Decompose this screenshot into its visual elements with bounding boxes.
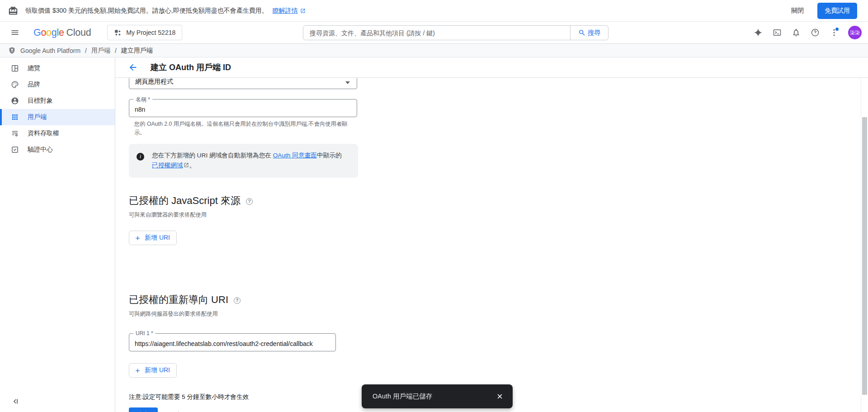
hamburger-menu-icon[interactable] xyxy=(6,24,24,41)
logo-cloud-text: Cloud xyxy=(66,27,91,38)
js-origins-heading: 已授權的 JavaScript 來源 ? xyxy=(129,194,861,208)
person-icon xyxy=(11,97,19,105)
client-name-field: 名稱 * xyxy=(129,99,357,117)
breadcrumb-separator: / xyxy=(85,47,87,54)
project-icon xyxy=(114,29,122,37)
add-redirect-uri-button[interactable]: 新增 URI xyxy=(129,363,177,378)
redirect-uri-label: URI 1 * xyxy=(133,330,156,336)
cloud-shell-icon[interactable] xyxy=(769,24,786,41)
sidebar-item-branding[interactable]: 品牌 xyxy=(0,76,115,93)
verification-icon xyxy=(11,146,19,154)
google-cloud-logo[interactable]: Google Cloud xyxy=(33,27,91,38)
scrollbar-track xyxy=(861,78,868,412)
js-origins-help-icon[interactable]: ? xyxy=(246,198,253,205)
breadcrumb-item-platform[interactable]: Google Auth Platform xyxy=(20,47,80,54)
promo-text: 領取價值 $300 美元的抵免額,開始免費試用。請放心,即便抵免額用盡也不會產生… xyxy=(25,7,268,15)
search-bar: 搜尋 xyxy=(303,25,609,40)
overview-icon xyxy=(11,64,19,72)
breadcrumb-item-create-client: 建立用戶端 xyxy=(121,47,153,55)
application-type-value: 網頁應用程式 xyxy=(135,78,173,86)
redirect-uri-input[interactable] xyxy=(129,334,335,351)
client-name-input[interactable] xyxy=(129,99,357,117)
more-options-icon[interactable] xyxy=(826,24,843,41)
help-icon[interactable] xyxy=(807,24,824,41)
search-icon xyxy=(578,29,586,37)
apps-grid-icon xyxy=(11,113,19,121)
add-js-origin-uri-button[interactable]: 新增 URI xyxy=(129,231,177,245)
toast-message: OAuth 用戶端已儲存 xyxy=(373,392,491,401)
authorized-domains-link[interactable]: 已授權網域 xyxy=(152,162,183,169)
free-trial-button[interactable]: 免費試用 xyxy=(817,3,857,19)
form-scroll-area: 網頁應用程式 名稱 * 您的 OAuth 2.0 用戶端名稱。這個名稱只會用於在… xyxy=(115,78,861,412)
breadcrumb-separator: / xyxy=(115,47,117,54)
sidebar: 總覽 品牌 目標對象 用戶端 資料存取權 驗證中心 xyxy=(0,57,115,412)
redirect-uri-field: URI 1 * xyxy=(129,333,336,351)
uri-info-box: i 您在下方新增的 URI 網域會自動新增為您在 OAuth 同意畫面中顯示的已… xyxy=(129,144,358,178)
sidebar-item-overview[interactable]: 總覽 xyxy=(0,60,115,76)
back-arrow-icon[interactable] xyxy=(127,62,139,73)
promo-banner: 領取價值 $300 美元的抵免額,開始免費試用。請放心,即便抵免額用盡也不會產生… xyxy=(0,0,868,22)
data-access-icon xyxy=(11,129,19,137)
notification-dot xyxy=(835,28,839,31)
sidebar-item-audience[interactable]: 目標對象 xyxy=(0,93,115,109)
sidebar-item-data-access[interactable]: 資料存取權 xyxy=(0,125,115,142)
toast-snackbar: OAuth 用戶端已儲存 xyxy=(362,384,513,408)
banner-close-button[interactable]: 關閉 xyxy=(791,7,804,15)
client-name-help: 您的 OAuth 2.0 用戶端名稱。這個名稱只會用於在控制台中識別用戶端,不會… xyxy=(129,120,357,137)
auth-shield-icon xyxy=(8,46,16,55)
palette-icon xyxy=(11,81,19,89)
sidebar-item-verification[interactable]: 驗證中心 xyxy=(0,142,115,158)
external-link-icon xyxy=(184,162,189,168)
search-button[interactable]: 搜尋 xyxy=(570,26,608,40)
logo-google-text: Google xyxy=(33,27,64,38)
project-name: My Project 52218 xyxy=(126,29,175,36)
external-link-icon xyxy=(300,8,306,14)
collapse-sidebar-icon[interactable] xyxy=(9,395,22,407)
redirect-uris-heading: 已授權的重新導向 URI ? xyxy=(129,293,861,307)
sidebar-item-clients[interactable]: 用戶端 xyxy=(0,109,115,125)
breadcrumb-item-clients[interactable]: 用戶端 xyxy=(91,47,110,55)
redirect-uris-subtitle: 可與網路伺服器發出的要求搭配使用 xyxy=(129,310,861,318)
create-button[interactable]: 建立 xyxy=(129,407,158,412)
plus-icon xyxy=(134,235,141,242)
plus-icon xyxy=(134,367,141,374)
notifications-bell-icon[interactable] xyxy=(788,24,805,41)
dropdown-arrow-icon xyxy=(345,81,350,84)
avatar[interactable]: 柒柒 xyxy=(848,26,862,39)
application-type-select[interactable]: 網頁應用程式 xyxy=(129,78,357,89)
client-name-label: 名稱 * xyxy=(133,96,152,104)
learn-more-link[interactable]: 瞭解詳情 xyxy=(273,7,306,15)
info-icon: i xyxy=(137,153,144,161)
app-header: Google Cloud My Project 52218 搜尋 柒柒 xyxy=(0,22,868,44)
scrollbar-thumb[interactable] xyxy=(862,117,867,395)
search-input[interactable] xyxy=(303,26,570,40)
project-selector[interactable]: My Project 52218 xyxy=(107,25,182,40)
page-title-bar: 建立 OAuth 用戶端 ID xyxy=(115,57,868,78)
js-origins-subtitle: 可與來自瀏覽器的要求搭配使用 xyxy=(129,211,861,219)
page-title: 建立 OAuth 用戶端 ID xyxy=(151,62,231,73)
gift-icon xyxy=(8,6,18,16)
oauth-consent-screen-link[interactable]: OAuth 同意畫面 xyxy=(273,152,317,159)
main-content: 建立 OAuth 用戶端 ID 網頁應用程式 名稱 * 您的 OAuth 2.0… xyxy=(115,57,868,412)
gemini-sparkle-icon[interactable] xyxy=(750,24,767,41)
redirect-uris-help-icon[interactable]: ? xyxy=(234,297,241,304)
breadcrumb: Google Auth Platform / 用戶端 / 建立用戶端 xyxy=(0,44,868,57)
toast-close-icon[interactable] xyxy=(491,388,508,405)
